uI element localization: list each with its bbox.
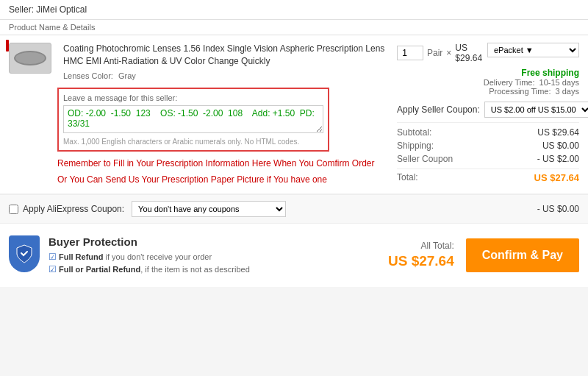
shipping-info: Free shipping Delivery Time: 10-15 days … [397, 68, 579, 96]
product-text-details: Coating Photochromic Lenses 1.56 Index S… [57, 43, 388, 80]
total-row: Total: US $27.64 [397, 169, 579, 183]
subtotal-label: Subtotal: [397, 127, 431, 138]
bp-item-1: ☑ Full Refund if you don't receive your … [49, 252, 250, 262]
prescription-note-1: Remember to Fill in Your Prescription In… [57, 157, 388, 170]
bp-title: Buyer Protection [49, 235, 250, 248]
all-total-value: US $27.64 [388, 253, 454, 269]
shipping-method-select[interactable]: ePacket ▼ Standard Shipping Expedited Sh… [487, 43, 579, 57]
shipping-cost-value: US $0.00 [542, 141, 579, 151]
product-image-wrapper [9, 43, 51, 74]
lens-color-value: Gray [118, 71, 136, 80]
product-name: Coating Photochromic Lenses 1.56 Index S… [63, 43, 388, 68]
confirm-pay-button[interactable]: Confirm & Pay [466, 238, 579, 272]
bp-item-2-text: Full or Partial Refund, if the item is n… [59, 264, 250, 274]
seller-label: Seller: [9, 4, 34, 15]
subtotal-value: US $29.64 [537, 127, 579, 138]
times-sign: × [446, 48, 451, 58]
shield-icon [9, 235, 40, 272]
unit-label: Pair [427, 48, 442, 58]
product-section: Coating Photochromic Lenses 1.56 Index S… [0, 35, 588, 194]
message-section: Leave a message for this seller: OD: -2.… [57, 88, 388, 152]
shield-svg [15, 244, 33, 264]
product-main-row: Coating Photochromic Lenses 1.56 Index S… [9, 43, 388, 80]
message-textarea[interactable]: OD: -2.00 -1.50 123 OS: -1.50 -2.00 108 … [63, 105, 323, 133]
bp-item-1-text: Full Refund if you don't receive your or… [59, 252, 212, 262]
ali-coupon-label: Apply AliExpress Coupon: [23, 204, 124, 214]
price-summary: Subtotal: US $29.64 Shipping: US $0.00 S… [397, 122, 579, 183]
seller-header: Seller: JiMei Optical [0, 0, 588, 20]
delivery-time-row: Delivery Time: 10-15 days [397, 78, 579, 87]
seller-coupon-total-label: Seller Coupon [397, 154, 453, 164]
shipping-method-wrapper: ePacket ▼ Standard Shipping Expedited Sh… [487, 43, 579, 57]
seller-coupon-select[interactable]: US $2.00 off US $15.00 No coupon [484, 102, 588, 118]
lens-shape [14, 51, 46, 65]
seller-coupon-value-row: Seller Coupon - US $2.00 [397, 154, 579, 164]
product-left-section: Coating Photochromic Lenses 1.56 Index S… [9, 43, 388, 186]
product-image [9, 43, 51, 74]
footer: Buyer Protection ☑ Full Refund if you do… [0, 224, 588, 287]
shipping-row: Shipping: US $0.00 [397, 141, 579, 151]
processing-time-row: Processing Time: 3 days [397, 87, 579, 96]
product-right-section: Pair × US $29.64 ePacket ▼ Standard Ship… [388, 43, 579, 186]
all-total-area: All Total: US $27.64 [388, 241, 454, 269]
shipping-cost-label: Shipping: [397, 141, 434, 151]
lens-color-label: Lenses Color: [63, 71, 113, 80]
bp-content: Buyer Protection ☑ Full Refund if you do… [49, 235, 250, 275]
seller-coupon-row: Apply Seller Coupon: US $2.00 off US $15… [397, 102, 579, 118]
ali-coupon-select[interactable]: You don't have any coupons [132, 201, 286, 217]
product-column-header: Product Name & Details [0, 20, 588, 35]
total-label: Total: [397, 172, 418, 183]
buyer-protection: Buyer Protection ☑ Full Refund if you do… [9, 235, 388, 275]
lens-color-row: Lenses Color: Gray [63, 71, 388, 80]
message-label: Leave a message for this seller: [63, 93, 323, 102]
message-hint: Max. 1,000 English characters or Arabic … [63, 138, 323, 146]
seller-name: JiMei Optical [36, 4, 87, 15]
prescription-note-2: Or You Can Send Us Your Prescription Pap… [57, 174, 388, 186]
unit-price: US $29.64 [455, 43, 487, 63]
bp-item-2: ☑ Full or Partial Refund, if the item is… [49, 264, 250, 274]
quantity-input[interactable] [397, 46, 423, 60]
free-shipping-label: Free shipping [397, 68, 579, 78]
bp-check-2: ☑ [49, 264, 57, 274]
subtotal-row: Subtotal: US $29.64 [397, 127, 579, 138]
page: Seller: JiMei Optical Product Name & Det… [0, 0, 588, 287]
ali-coupon-checkbox[interactable] [9, 205, 18, 214]
qty-price-shipping-row: Pair × US $29.64 ePacket ▼ Standard Ship… [397, 43, 579, 63]
bp-check-1: ☑ [49, 252, 57, 262]
all-total-label: All Total: [388, 241, 454, 251]
seller-coupon-total-value: - US $2.00 [537, 154, 579, 164]
ali-coupon-bar: Apply AliExpress Coupon: You don't have … [0, 194, 588, 224]
red-dash [6, 40, 9, 52]
qty-price-group: Pair × US $29.64 [397, 43, 487, 63]
prescription-notes: Remember to Fill in Your Prescription In… [57, 157, 388, 187]
total-value: US $27.64 [534, 172, 579, 183]
message-box: Leave a message for this seller: OD: -2.… [57, 88, 329, 152]
ali-coupon-value: - US $0.00 [537, 204, 579, 214]
seller-coupon-label: Apply Seller Coupon: [397, 104, 480, 115]
